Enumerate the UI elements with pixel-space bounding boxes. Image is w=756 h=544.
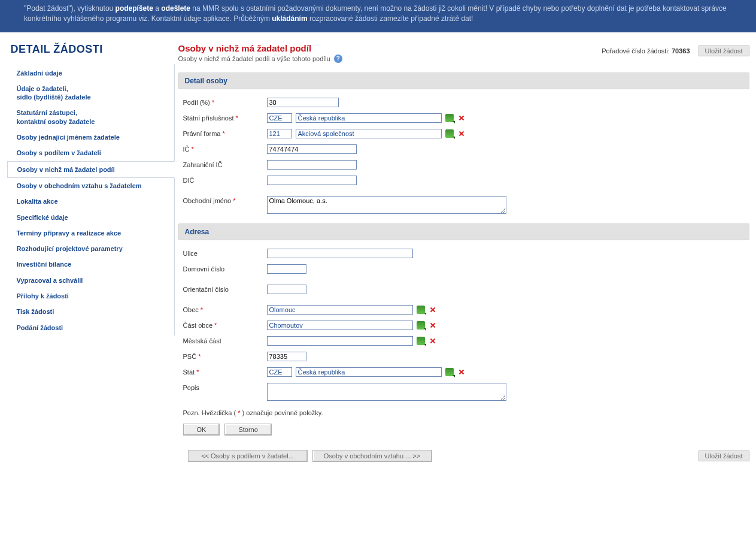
nav-item-13[interactable]: Přílohy k žádosti	[7, 288, 174, 304]
required-note: Pozn. Hvězdička ( * ) označuje povinné p…	[183, 409, 749, 416]
input-stat-code[interactable]	[267, 367, 292, 377]
nav-item-7[interactable]: Lokalita akce	[7, 194, 174, 209]
input-forma-code[interactable]	[267, 129, 292, 138]
nav-item-14[interactable]: Tisk žádosti	[7, 304, 174, 319]
save-button-top[interactable]: Uložit žádost	[699, 46, 749, 56]
save-button-bottom[interactable]: Uložit žádost	[699, 451, 749, 461]
lookup-icon[interactable]	[417, 321, 425, 330]
input-prislusnost-text[interactable]	[296, 113, 442, 123]
nav-item-4[interactable]: Osoby s podílem v žadateli	[7, 145, 174, 161]
label-dom-cislo: Domovní číslo	[183, 265, 225, 273]
input-ulice[interactable]	[267, 249, 413, 258]
input-dom-cislo[interactable]	[267, 264, 306, 274]
nav-item-8[interactable]: Specifické údaje	[7, 210, 174, 225]
page-heading: DETAIL ŽÁDOSTI	[7, 43, 175, 64]
label-psc: PSČ	[183, 353, 197, 360]
clear-icon[interactable]	[429, 337, 437, 345]
clear-icon[interactable]	[457, 368, 466, 376]
input-dic[interactable]	[267, 176, 357, 185]
nav-item-6[interactable]: Osoby v obchodním vztahu s žadatelem	[7, 178, 174, 194]
storno-button[interactable]: Storno	[224, 424, 271, 436]
clear-icon[interactable]	[457, 114, 466, 122]
nav-item-1[interactable]: Údaje o žadateli,sídlo (bydliště) žadate…	[7, 81, 174, 105]
ok-button[interactable]: OK	[183, 424, 220, 436]
top-info-bar: "Podat žádost"), vytisknutou podepíšete …	[0, 0, 756, 32]
label-stat: Stát	[183, 368, 195, 376]
input-obch-jmeno[interactable]	[267, 196, 506, 214]
lookup-icon[interactable]	[445, 129, 454, 138]
nav-item-12[interactable]: Vypracoval a schválil	[7, 273, 174, 288]
input-obec[interactable]	[267, 305, 413, 315]
section-header-detail: Detail osoby	[178, 72, 749, 89]
order-number: Pořadové číslo žádosti: 70363	[602, 47, 690, 55]
label-or-cislo: Orientační číslo	[183, 286, 229, 293]
lookup-icon[interactable]	[417, 337, 425, 345]
label-forma: Právní forma	[183, 130, 221, 137]
input-zahr-ic[interactable]	[267, 160, 357, 170]
section-header-adresa: Adresa	[178, 223, 749, 240]
clear-icon[interactable]	[429, 306, 437, 314]
input-prislusnost-code[interactable]	[267, 113, 292, 123]
label-ulice: Ulice	[183, 250, 198, 257]
label-obec: Obec	[183, 306, 199, 313]
nav-item-11[interactable]: Investiční bilance	[7, 256, 174, 272]
input-cast-obce[interactable]	[267, 321, 413, 330]
nav-item-15[interactable]: Podání žádosti	[7, 320, 174, 336]
nav-item-10[interactable]: Rozhodující projektové parametry	[7, 241, 174, 256]
content-title: Osoby v nichž má žadatel podíl	[178, 43, 342, 53]
input-podil[interactable]	[267, 98, 339, 107]
label-cast-obce: Část obce	[183, 322, 213, 329]
content-subtitle: Osoby v nichž má žadatel podíl a výše to…	[178, 55, 330, 62]
nav-item-3[interactable]: Osoby jednající jménem žadatele	[7, 129, 174, 145]
clear-icon[interactable]	[457, 129, 466, 138]
label-obch-jmeno: Obchodní jméno	[183, 197, 232, 204]
lookup-icon[interactable]	[445, 368, 454, 376]
input-psc[interactable]	[267, 352, 306, 361]
input-stat-text[interactable]	[296, 367, 442, 377]
label-mestska-cast: Městská část	[183, 337, 221, 344]
help-icon[interactable]: ?	[334, 55, 342, 63]
lookup-icon[interactable]	[445, 114, 454, 122]
nav-item-5[interactable]: Osoby v nichž má žadatel podíl	[7, 161, 175, 178]
input-ic[interactable]	[267, 144, 357, 154]
side-nav: Základní údajeÚdaje o žadateli,sídlo (by…	[7, 64, 175, 336]
label-popis: Popis	[183, 384, 200, 391]
lookup-icon[interactable]	[417, 306, 425, 314]
label-podil: Podíl (%)	[183, 99, 210, 106]
input-forma-text[interactable]	[296, 129, 442, 138]
label-prislusnost: Státní příslušnost	[183, 114, 234, 122]
input-or-cislo[interactable]	[267, 285, 306, 294]
nav-item-2[interactable]: Statutární zástupci,kontaktní osoby žada…	[7, 105, 174, 129]
label-dic: DIČ	[183, 177, 195, 184]
next-page-button[interactable]: Osoby v obchodním vztahu ... >>	[312, 450, 432, 462]
nav-item-0[interactable]: Základní údaje	[7, 65, 174, 81]
label-ic: IČ	[183, 146, 190, 153]
input-mestska-cast[interactable]	[267, 336, 413, 346]
input-popis[interactable]	[267, 383, 506, 401]
label-zahr-ic: Zahraniční IČ	[183, 161, 223, 168]
clear-icon[interactable]	[429, 321, 437, 330]
nav-item-9[interactable]: Termíny přípravy a realizace akce	[7, 225, 174, 241]
prev-page-button[interactable]: << Osoby s podílem v žadatel...	[188, 450, 308, 462]
